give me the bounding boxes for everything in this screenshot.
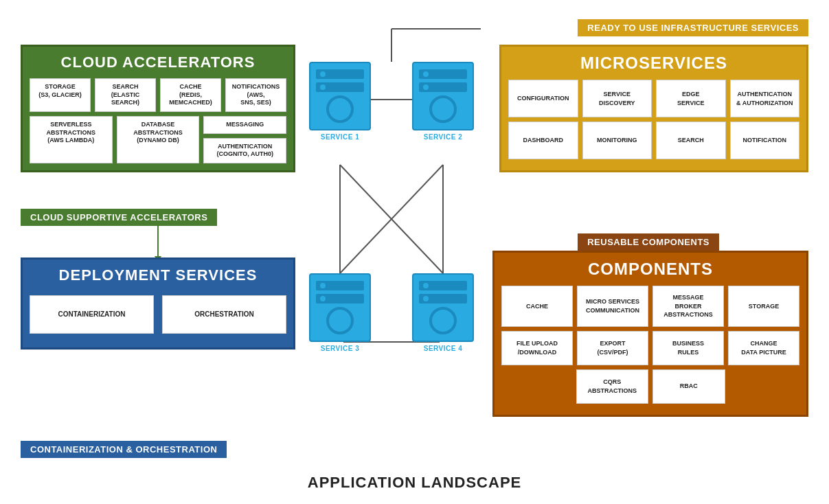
components-title: COMPONENTS: [501, 260, 799, 279]
comp-change-data: CHANGEDATA PICTURE: [728, 331, 799, 365]
comp-export: EXPORT(CSV/PDF): [577, 331, 648, 365]
comp-storage: STORAGE: [728, 286, 799, 327]
server-4-disk2: [419, 294, 467, 303]
deployment-title: DEPLOYMENT SERVICES: [30, 266, 286, 284]
microservices-panel: MICROSERVICES CONFIGURATION SERVICEDISCO…: [499, 45, 808, 172]
svg-line-6: [340, 165, 443, 273]
comp-rbac: RBAC: [652, 369, 725, 404]
server-3-label: SERVICE 3: [321, 345, 360, 352]
deployment-services-panel: DEPLOYMENT SERVICES CONTAINERIZATION ORC…: [21, 257, 295, 350]
server-3-body: [309, 273, 371, 342]
ms-edge-service: EDGESERVICE: [656, 80, 726, 117]
server-4: SERVICE 4: [412, 273, 474, 352]
ca-authentication: AUTHENTICATION(COGNITO, AUTH0): [203, 138, 286, 163]
comp-cache: CACHE: [501, 286, 573, 327]
server-1-circle: [326, 95, 354, 123]
server-3-disk1: [316, 281, 364, 290]
comp-row2: FILE UPLOAD/DOWNLOAD EXPORT(CSV/PDF) BUS…: [501, 331, 799, 365]
server-2-body: [412, 62, 474, 130]
ms-auth: AUTHENTICATION& AUTHORIZATION: [730, 80, 800, 117]
server-2-disk1: [419, 69, 467, 79]
ca-right-col: MESSAGING AUTHENTICATION(COGNITO, AUTH0): [203, 116, 286, 163]
containerization-label: CONTAINERIZATION & ORCHESTRATION: [21, 441, 227, 458]
components-panel: COMPONENTS CACHE MICRO SERVICESCOMMUNICA…: [492, 251, 808, 417]
comp-business-rules: BUSINESSRULES: [652, 331, 724, 365]
server-1-disk2: [316, 82, 364, 92]
comp-micro-comm: MICRO SERVICESCOMMUNICATION: [577, 286, 648, 327]
server-1: SERVICE 1: [309, 62, 371, 141]
ms-search: SEARCH: [656, 122, 726, 159]
server-4-label: SERVICE 4: [424, 345, 463, 352]
ca-serverless: SERVERLESSABSTRACTIONS(AWS LAMBDA): [30, 116, 113, 163]
comp-cqrs: CQRSABSTRACTIONS: [576, 369, 649, 404]
cloud-supportive-text: CLOUD SUPPORTIVE ACCELERATORS: [30, 212, 207, 222]
ms-dashboard: DASHBOARD: [508, 122, 578, 159]
ready-to-use-label: READY TO USE INFRASTRUCTURE SERVICES: [578, 19, 808, 36]
server-2-label: SERVICE 2: [424, 133, 463, 141]
server-3: SERVICE 3: [309, 273, 371, 352]
reusable-text: REUSABLE COMPONENTS: [587, 237, 709, 247]
comp-file-upload: FILE UPLOAD/DOWNLOAD: [501, 331, 573, 365]
server-1-disk1: [316, 69, 364, 79]
ready-to-use-text: READY TO USE INFRASTRUCTURE SERVICES: [587, 23, 799, 33]
containerization-text: CONTAINERIZATION & ORCHESTRATION: [30, 444, 217, 455]
ca-bottom-grid: SERVERLESSABSTRACTIONS(AWS LAMBDA) DATAB…: [30, 116, 286, 163]
server-1-label: SERVICE 1: [321, 133, 360, 141]
ca-storage: STORAGE(S3, GLACIER): [30, 78, 91, 112]
reusable-components-label: REUSABLE COMPONENTS: [578, 233, 719, 251]
ca-cache: CACHE(REDIS,MEMCACHED): [160, 78, 221, 112]
server-1-body: [309, 62, 371, 130]
server-4-circle: [429, 307, 457, 334]
ds-orchestration: ORCHESTRATION: [162, 295, 286, 334]
comp-message-broker: MESSAGEBROKERABSTRACTIONS: [652, 286, 724, 327]
microservices-title: MICROSERVICES: [508, 54, 799, 73]
ms-notification: NOTIFICATION: [730, 122, 800, 159]
server-2: SERVICE 2: [412, 62, 474, 141]
comp-row3: CQRSABSTRACTIONS RBAC: [501, 369, 799, 404]
server-2-disk2: [419, 82, 467, 92]
server-3-circle: [326, 307, 354, 334]
ca-database: DATABASEABSTRACTIONS(DYNAMO DB): [117, 116, 200, 163]
ca-notifications: NOTIFICATIONS(AWS,SNS, SES): [225, 78, 286, 112]
comp-row1: CACHE MICRO SERVICESCOMMUNICATION MESSAG…: [501, 286, 799, 327]
ds-containerization: CONTAINERIZATION: [30, 295, 154, 334]
cloud-accelerators-panel: CLOUD ACCELERATORS STORAGE(S3, GLACIER) …: [21, 45, 295, 172]
cloud-accelerators-title: CLOUD ACCELERATORS: [30, 54, 286, 71]
ms-configuration: CONFIGURATION: [508, 80, 578, 117]
server-4-body: [412, 273, 474, 342]
ms-service-discovery: SERVICEDISCOVERY: [582, 80, 652, 117]
diagram-container: READY TO USE INFRASTRUCTURE SERVICES CLO…: [0, 0, 829, 504]
ms-grid: CONFIGURATION SERVICEDISCOVERY EDGESERVI…: [508, 80, 799, 159]
cloud-supportive-label: CLOUD SUPPORTIVE ACCELERATORS: [21, 209, 217, 226]
svg-line-7: [340, 165, 443, 273]
ms-monitoring: MONITORING: [582, 122, 652, 159]
ca-top-grid: STORAGE(S3, GLACIER) SEARCH(ELASTICSEARC…: [30, 78, 286, 112]
ds-grid: CONTAINERIZATION ORCHESTRATION: [30, 295, 286, 334]
app-landscape-title: APPLICATION LANDSCAPE: [308, 474, 522, 492]
server-3-disk2: [316, 294, 364, 303]
ca-search: SEARCH(ELASTICSEARCH): [95, 78, 156, 112]
ca-messaging: MESSAGING: [203, 116, 286, 134]
server-2-circle: [429, 95, 457, 123]
server-4-disk1: [419, 281, 467, 290]
